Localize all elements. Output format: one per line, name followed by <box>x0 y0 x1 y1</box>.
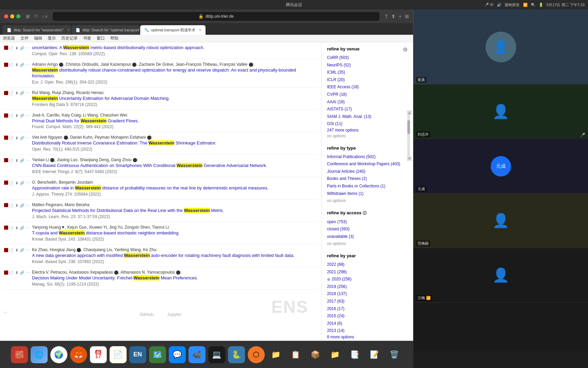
paper-cite-icon[interactable]: 🔗 <box>20 203 24 208</box>
menu-history[interactable]: 历史记录 <box>61 35 78 41</box>
dock-item-python[interactable]: 🐍 <box>228 346 245 363</box>
filter-access-unavailable[interactable]: unavailable (3) <box>327 233 408 241</box>
filter-year-2015[interactable]: 2015 (24) <box>327 312 408 320</box>
dock-item-trash[interactable]: 🗑️ <box>386 346 403 363</box>
share-icon[interactable]: ⬆ <box>391 14 395 19</box>
menu-window[interactable]: 窗口 <box>97 35 105 41</box>
tab-2[interactable]: 📄 dblp: Search for "optimal transport" ✕ <box>71 25 140 35</box>
dock-item-chrome[interactable]: 🌍 <box>50 346 67 363</box>
paper-type-icon[interactable]: 📄 <box>9 136 14 140</box>
dock-item-0[interactable]: 🧱 <box>11 346 28 363</box>
paper-download-icon[interactable]: ⬇ <box>14 271 19 275</box>
dock-item-jupyter[interactable]: ⬡ <box>248 346 265 363</box>
menu-edit[interactable]: 编辑 <box>34 35 42 41</box>
paper-cite-icon[interactable]: 🔗 <box>20 113 24 118</box>
paper-share-icon[interactable]: ⋯ <box>25 226 30 230</box>
paper-cite-icon[interactable]: 🔗 <box>20 248 24 253</box>
paper-title[interactable]: CNN-Based Continuous Authentication on S… <box>32 163 317 169</box>
filter-type-parts[interactable]: Parts in Books or Collections (1) <box>327 183 408 190</box>
paper-share-icon[interactable]: ⋯ <box>25 271 30 275</box>
paper-title[interactable]: Distributionally Robust Inverse Covarian… <box>32 140 317 146</box>
paper-type-icon[interactable]: 📄 <box>9 63 14 67</box>
maximize-button[interactable] <box>16 14 20 18</box>
dock-item-firefox[interactable]: 🦊 <box>70 346 87 363</box>
paper-download-icon[interactable]: ⬇ <box>14 203 19 208</box>
paper-cite-icon[interactable]: 🔗 <box>20 63 24 67</box>
filter-type-withdrawn[interactable]: Withdrawn Items (1) <box>327 190 408 198</box>
translate-icon[interactable]: T <box>385 14 388 19</box>
paper-type-icon[interactable]: 📄 <box>9 226 14 230</box>
paper-download-icon[interactable]: ⬇ <box>14 136 19 140</box>
filter-venue-icml[interactable]: ICML (35) <box>327 69 408 76</box>
paper-share-icon[interactable]: ⋯ <box>25 248 30 253</box>
minimize-button[interactable] <box>10 14 14 18</box>
filter-access-closed[interactable]: closed (393) <box>327 226 408 233</box>
forward-button[interactable]: › <box>45 13 47 19</box>
back-button[interactable]: ‹ <box>42 13 44 19</box>
menu-help[interactable]: 帮助 <box>110 35 118 41</box>
filter-type-books[interactable]: Books and Theses (2) <box>327 175 408 183</box>
menu-file[interactable]: 文件 <box>20 35 29 41</box>
paper-type-icon[interactable]: 📄 <box>9 271 14 275</box>
year-add-icon[interactable]: ⊕ <box>327 277 330 282</box>
scroll-down-arrow[interactable]: ▼ <box>407 156 412 161</box>
paper-title[interactable]: T-copula and Wasserstein distance-based … <box>32 230 317 236</box>
dock-item-terminal[interactable]: 💻 <box>208 346 225 363</box>
paper-title[interactable]: uncertainties: A Wasserstein metric-base… <box>32 45 317 51</box>
paper-share-icon[interactable]: ⋯ <box>25 203 30 208</box>
paper-title[interactable]: Decision Making Under Model Uncertainty:… <box>32 275 317 281</box>
dock-item-notes[interactable]: 📄 <box>110 346 127 363</box>
paper-share-icon[interactable]: ⋯ <box>25 63 30 67</box>
dock-item-calendar[interactable]: 📅 17 <box>90 346 107 363</box>
paper-download-icon[interactable]: ⬇ <box>14 158 19 163</box>
sidebar-scrollbar[interactable]: ▲ ▼ <box>407 110 412 161</box>
new-tab-icon[interactable]: + <box>399 14 402 19</box>
paper-download-icon[interactable]: ⬇ <box>14 248 19 253</box>
paper-share-icon[interactable]: ⋯ <box>25 113 30 118</box>
filter-type-journal[interactable]: Journal Articles (240) <box>327 168 408 175</box>
paper-title[interactable]: Wasserstein Uncertainty Estimation for A… <box>32 96 317 102</box>
filter-venue-cvpr[interactable]: CVPR (18) <box>327 91 408 98</box>
paper-cite-icon[interactable]: 🔗 <box>20 181 24 185</box>
filter-venue-gsi[interactable]: GSI (11) <box>327 120 408 128</box>
paper-share-icon[interactable]: ⋯ <box>25 91 30 96</box>
dock-item-zoom[interactable]: 📹 <box>189 346 206 363</box>
paper-type-icon[interactable]: 📄 <box>9 181 14 185</box>
menu-browser[interactable]: 浏览器 <box>3 35 15 41</box>
paper-download-icon[interactable]: ⬇ <box>14 46 19 50</box>
tab-1[interactable]: 📄 dblp: Search for "wasserstein" ✕ <box>3 25 71 35</box>
dock-item-edit[interactable]: 📝 <box>366 346 383 363</box>
filter-venue-ieee[interactable]: IEEE Access (18) <box>327 83 408 91</box>
paper-share-icon[interactable]: ⋯ <box>25 181 30 185</box>
filter-year-2013[interactable]: 2013 (14) <box>327 327 408 335</box>
access-info-icon[interactable]: ⓘ <box>363 211 366 215</box>
filter-year-2019[interactable]: 2019 (256) <box>327 283 408 291</box>
dock-item-folder2[interactable]: 📁 <box>327 346 344 363</box>
grid-icon[interactable]: ⊞ <box>405 14 409 19</box>
paper-title[interactable]: Primal Dual Methods for Wasserstein Grad… <box>32 118 317 124</box>
paper-type-icon[interactable]: 📄 <box>9 248 14 253</box>
address-bar[interactable]: 🔒 dblp.uni-trier.de <box>53 12 380 21</box>
filter-year-2014[interactable]: 2014 (6) <box>327 320 408 327</box>
paper-download-icon[interactable]: ⬇ <box>14 113 19 118</box>
paper-download-icon[interactable]: ⬇ <box>14 63 19 67</box>
filter-venue-aistats[interactable]: AISTATS (17) <box>327 106 408 113</box>
scrollbar-thumb[interactable] <box>407 120 410 134</box>
filter-venue-more[interactable]: 247 more options <box>327 128 359 133</box>
paper-title[interactable]: A new data generation approach with modi… <box>32 253 317 259</box>
tab-close-1[interactable]: ✕ <box>67 28 70 32</box>
filter-year-more[interactable]: 8 more options <box>327 335 354 339</box>
filter-venue-iclr[interactable]: ICLR (20) <box>327 76 408 84</box>
paper-cite-icon[interactable]: 🔗 <box>20 136 24 140</box>
dock-item-doc[interactable]: 📑 <box>346 346 363 363</box>
paper-cite-icon[interactable]: 🔗 <box>20 46 24 50</box>
dock-item-en[interactable]: EN <box>129 346 146 363</box>
paper-download-icon[interactable]: ⬇ <box>14 91 19 96</box>
paper-download-icon[interactable]: ⬇ <box>14 181 19 185</box>
tab-3[interactable]: 🔍 optimal transport-熙濡学术 ✕ <box>140 25 206 35</box>
dock-item-map[interactable]: 🗺️ <box>149 346 166 363</box>
paper-title[interactable]: Approximation rate in Wasserstein distan… <box>32 185 317 191</box>
tab-close-3[interactable]: ✕ <box>199 28 201 32</box>
paper-share-icon[interactable]: ⋯ <box>25 46 30 50</box>
scroll-up-arrow[interactable]: ▲ <box>407 110 412 115</box>
